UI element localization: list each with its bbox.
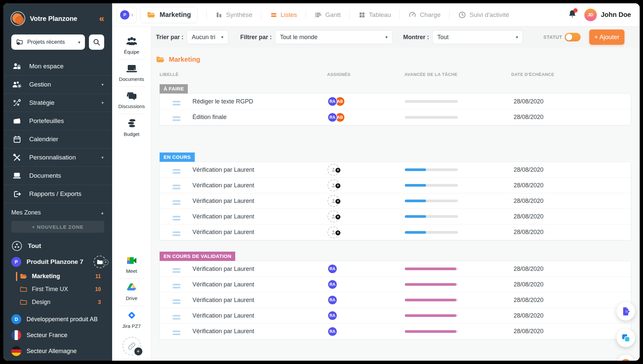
task-row[interactable]: Vérification par Laurent RA 28/08/2020 bbox=[160, 261, 631, 277]
drag-handle[interactable] bbox=[173, 299, 180, 304]
tab-gantt[interactable]: Gantt bbox=[306, 11, 349, 19]
sidebar-item-portefeuilles[interactable]: Portefeuilles bbox=[3, 112, 112, 130]
clock-icon bbox=[620, 358, 631, 361]
new-zone-button[interactable]: + NOUVELLE ZONE bbox=[11, 221, 104, 233]
collapse-sidebar-icon[interactable]: « bbox=[99, 14, 104, 23]
duplicate-button[interactable] bbox=[616, 329, 635, 347]
task-row[interactable]: Vérification par Laurent RA 28/08/2020 bbox=[160, 324, 631, 339]
task-row[interactable]: Vérification par Laurent + 28/08/2020 bbox=[160, 178, 631, 193]
task-row[interactable]: Rédiger le texte RGPD RA AB 28/08/2020 bbox=[160, 94, 631, 109]
progress-fill bbox=[405, 168, 426, 171]
sidebar-item-documents[interactable]: Documents bbox=[3, 166, 112, 185]
drag-handle[interactable] bbox=[173, 169, 180, 174]
rail-item-budget[interactable]: Budget bbox=[118, 114, 146, 142]
drag-handle[interactable] bbox=[173, 216, 180, 220]
rail-item-meet[interactable]: Meet bbox=[118, 252, 146, 278]
tab-charge[interactable]: Charge bbox=[400, 11, 449, 19]
avatar: RA bbox=[327, 96, 337, 106]
zone-item-developpement-produit-ab[interactable]: D Développement produit AB bbox=[11, 311, 104, 327]
export-document-button[interactable] bbox=[616, 302, 635, 321]
due-date: 28/08/2020 bbox=[512, 328, 631, 335]
drag-handle[interactable] bbox=[173, 331, 180, 335]
add-assignee-button[interactable]: + bbox=[327, 226, 339, 238]
folder-item-design[interactable]: Design 3 bbox=[11, 296, 104, 309]
add-task-button[interactable]: + Ajouter bbox=[589, 30, 624, 45]
recent-projects-select[interactable]: Projets récents ▾ bbox=[11, 34, 85, 50]
drag-handle[interactable] bbox=[173, 284, 180, 288]
progress-fill bbox=[405, 215, 426, 218]
filter-label: Filtrer par : bbox=[240, 34, 272, 41]
drag-handle[interactable] bbox=[173, 200, 180, 205]
task-row[interactable]: Vérification par Laurent RA 28/08/2020 bbox=[160, 277, 631, 292]
grid-icon bbox=[358, 11, 366, 19]
rail-item-documents[interactable]: Documents bbox=[118, 59, 146, 87]
sort-select[interactable]: Aucun tri ▾ bbox=[187, 30, 228, 44]
rail-item-jira[interactable]: Jira PZ7 bbox=[118, 306, 146, 334]
notifications-button[interactable] bbox=[568, 9, 577, 21]
drag-handle[interactable] bbox=[173, 231, 180, 236]
zone-item-secteur-france[interactable]: Secteur France bbox=[11, 327, 104, 343]
add-integration-button[interactable]: + bbox=[122, 337, 141, 355]
progress-track bbox=[405, 231, 458, 234]
tab-suivi-activite[interactable]: Suivi d'activité bbox=[450, 11, 518, 19]
plus-icon: + bbox=[335, 199, 340, 204]
progress-track bbox=[405, 184, 458, 187]
sidebar-item-label: Personnalisation bbox=[29, 154, 102, 161]
rail-item-drive[interactable]: Drive bbox=[118, 278, 146, 306]
task-row[interactable]: Vérification par Laurent + 28/08/2020 bbox=[160, 224, 631, 240]
rail-item-discussions[interactable]: Discussions bbox=[118, 87, 146, 114]
task-row[interactable]: Vérification par Laurent RA 28/08/2020 bbox=[160, 308, 631, 324]
zone-item-secteur-allemagne[interactable]: Secteur Allemagne bbox=[11, 343, 104, 359]
zone-item-produit-planzone-7[interactable]: P Produit Planzone 7 + bbox=[11, 254, 104, 270]
add-assignee-button[interactable]: + bbox=[327, 195, 339, 207]
current-folder-tab[interactable]: Marketing bbox=[140, 7, 198, 23]
tab-synthese[interactable]: Synthèse bbox=[207, 11, 261, 19]
status-toggle[interactable] bbox=[565, 33, 581, 41]
task-row[interactable]: Vérification par Laurent + 28/08/2020 bbox=[160, 193, 631, 209]
sidebar-item-strategie[interactable]: Stratégie ▾ bbox=[3, 93, 112, 112]
rail-item-equipe[interactable]: Équipe bbox=[118, 32, 146, 59]
add-assignee-button[interactable]: + bbox=[327, 164, 339, 176]
task-label: Vérification par Laurent bbox=[192, 213, 327, 220]
task-list: Marketing LIBELLÉ ASSIGNÉS AVANCÉE DE LA… bbox=[151, 48, 640, 361]
task-row[interactable]: Vérification par Laurent RA 28/08/2020 bbox=[160, 292, 631, 308]
task-label: Vérification par Laurent bbox=[192, 312, 327, 319]
filter-select[interactable]: Tout le monde ▾ bbox=[275, 30, 393, 44]
drag-handle[interactable] bbox=[173, 116, 180, 121]
tab-listes[interactable]: Listes bbox=[261, 11, 306, 19]
recent-projects-value: Projets récents bbox=[27, 39, 78, 45]
list-title: Marketing bbox=[169, 56, 200, 63]
zones-header[interactable]: Mes Zones ▲ bbox=[11, 209, 104, 216]
drag-handle[interactable] bbox=[173, 101, 180, 105]
zone-item-tout[interactable]: Tout bbox=[11, 238, 104, 254]
task-row[interactable]: Vérification par Laurent + 28/08/2020 bbox=[160, 162, 631, 178]
column-libelle: LIBELLÉ bbox=[160, 72, 327, 77]
folder-item-first-time-ux[interactable]: First Time UX 10 bbox=[11, 283, 104, 296]
sidebar-item-personnalisation[interactable]: Personnalisation ▾ bbox=[3, 148, 112, 166]
drag-handle[interactable] bbox=[173, 185, 180, 189]
drag-handle[interactable] bbox=[173, 315, 180, 320]
rail-label: Équipe bbox=[124, 49, 139, 55]
sidebar-item-calendrier[interactable]: Calendrier bbox=[3, 130, 112, 148]
jira-icon bbox=[126, 310, 137, 321]
search-button[interactable] bbox=[89, 34, 104, 50]
sidebar-item-rapports-exports[interactable]: Rapports / Exports bbox=[3, 185, 112, 203]
status-badge: EN COURS DE VALIDATION bbox=[160, 252, 235, 261]
add-folder-button[interactable]: + bbox=[94, 256, 106, 268]
add-assignee-button[interactable]: + bbox=[327, 211, 339, 222]
show-select[interactable]: Tout ▾ bbox=[432, 30, 523, 44]
tab-tableau[interactable]: Tableau bbox=[350, 11, 400, 19]
project-switcher[interactable]: P ‹ bbox=[117, 7, 137, 23]
task-row[interactable]: Édition finale RA AB 28/08/2020 bbox=[160, 109, 631, 125]
france-flag-icon bbox=[11, 330, 21, 340]
folder-item-marketing[interactable]: Marketing 11 bbox=[11, 270, 104, 283]
user-menu[interactable]: JD John Doe bbox=[584, 9, 631, 21]
add-assignee-button[interactable]: + bbox=[327, 179, 339, 191]
rail-label: Jira PZ7 bbox=[122, 323, 141, 329]
task-row[interactable]: Vérification par Laurent + 28/08/2020 bbox=[160, 209, 631, 224]
task-label: Édition finale bbox=[192, 114, 327, 121]
drag-handle[interactable] bbox=[173, 268, 180, 273]
sidebar-item-mon-espace[interactable]: Mon espace bbox=[3, 57, 112, 75]
sidebar-item-label: Stratégie bbox=[29, 99, 102, 106]
sidebar-item-gestion[interactable]: Gestion ▾ bbox=[3, 75, 112, 93]
